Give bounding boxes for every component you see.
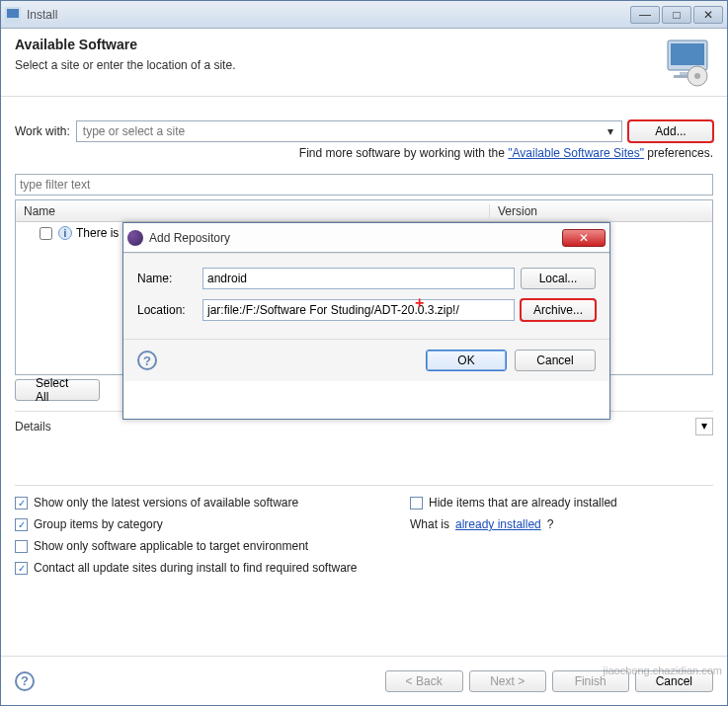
add-repository-dialog: Add Repository ✕ Name: Local... Location… <box>122 222 610 420</box>
local-button[interactable]: Local... <box>521 268 596 289</box>
contact-all-checkbox[interactable]: ✓ <box>15 562 28 575</box>
dialog-title: Add Repository <box>149 231 562 245</box>
already-installed-link[interactable]: already installed <box>455 517 541 531</box>
install-icon <box>662 37 713 88</box>
find-more-text: Find more software by working with the "… <box>15 146 713 160</box>
dropdown-icon[interactable]: ▾ <box>604 124 617 138</box>
back-button[interactable]: < Back <box>385 670 463 692</box>
dialog-titlebar[interactable]: Add Repository ✕ <box>123 223 609 253</box>
show-applicable-checkbox[interactable] <box>15 540 28 553</box>
name-label: Name: <box>137 272 197 285</box>
group-category-label: Group items by category <box>34 517 163 531</box>
svg-point-7 <box>694 73 700 79</box>
info-icon: i <box>58 226 72 240</box>
archive-button[interactable]: Archive... <box>521 299 596 321</box>
window-title: Install <box>27 8 630 22</box>
ok-button[interactable]: OK <box>426 350 507 371</box>
minimize-button[interactable]: — <box>630 6 660 24</box>
contact-all-label: Contact all update sites during install … <box>34 561 358 575</box>
dialog-help-icon[interactable]: ? <box>137 351 157 370</box>
page-title: Available Software <box>15 37 662 52</box>
details-label: Details <box>15 420 695 433</box>
work-with-label: Work with: <box>15 124 70 138</box>
name-input[interactable] <box>202 268 515 289</box>
maximize-button[interactable]: □ <box>662 6 691 24</box>
filter-input[interactable] <box>15 174 713 196</box>
what-is-text: What is already installed? <box>410 517 713 531</box>
help-icon[interactable]: ? <box>15 671 35 691</box>
page-subtitle: Select a site or enter the location of a… <box>15 58 662 72</box>
app-icon <box>5 7 21 23</box>
next-button[interactable]: Next > <box>469 670 546 692</box>
show-latest-checkbox[interactable]: ✓ <box>15 497 28 510</box>
work-with-combo[interactable]: ▾ <box>76 120 622 142</box>
titlebar[interactable]: Install — □ ✕ <box>1 1 727 29</box>
location-label: Location: <box>137 303 197 317</box>
hide-installed-checkbox[interactable] <box>410 497 423 510</box>
available-sites-link[interactable]: "Available Software Sites" <box>508 146 644 160</box>
show-applicable-label: Show only software applicable to target … <box>34 539 308 553</box>
hide-installed-label: Hide items that are already installed <box>429 496 617 510</box>
work-with-row: Work with: ▾ Add... <box>15 120 713 142</box>
watermark: jiaocheng.chazidian.com <box>604 665 722 676</box>
row-checkbox[interactable] <box>40 227 52 240</box>
group-category-checkbox[interactable]: ✓ <box>15 518 28 531</box>
wizard-footer: ? < Back Next > Finish Cancel <box>1 656 727 705</box>
location-input[interactable] <box>202 299 515 321</box>
show-latest-label: Show only the latest versions of availab… <box>34 496 298 510</box>
svg-rect-1 <box>7 9 19 18</box>
wizard-header: Available Software Select a site or ente… <box>1 29 727 97</box>
svg-rect-3 <box>671 43 704 65</box>
dialog-cancel-button[interactable]: Cancel <box>515 350 596 371</box>
column-version[interactable]: Version <box>490 204 712 218</box>
select-all-button[interactable]: Select All <box>15 379 100 401</box>
eclipse-icon <box>127 230 143 246</box>
work-with-input[interactable] <box>81 123 604 139</box>
close-button[interactable]: ✕ <box>693 6 723 24</box>
dialog-close-button[interactable]: ✕ <box>562 229 606 247</box>
details-toggle[interactable]: ▾ <box>695 418 713 435</box>
row-text: There is <box>76 226 119 240</box>
details-body <box>15 435 713 475</box>
column-name[interactable]: Name <box>16 204 490 218</box>
system-buttons: — □ ✕ <box>630 6 723 24</box>
add-button[interactable]: Add... <box>628 120 713 142</box>
